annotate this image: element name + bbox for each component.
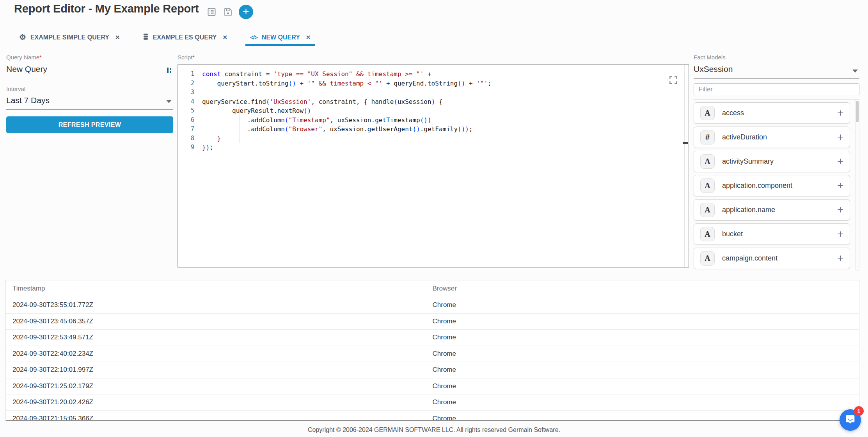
- number-type-icon: #: [700, 130, 715, 144]
- interval-value: Last 7 Days: [6, 96, 50, 105]
- browser-cell: Chrome: [433, 398, 859, 406]
- code-text: });: [202, 143, 213, 152]
- code-line: 9});: [178, 143, 689, 152]
- fact-model-item[interactable]: Acampaign.content+: [694, 248, 850, 269]
- code-text: .addColumn("Timestamp", uxSession.getTim…: [202, 116, 431, 125]
- text-type-icon: A: [700, 251, 715, 266]
- code-text: queryResult.nextRow(): [202, 106, 311, 116]
- code-line: 8 }: [178, 134, 689, 143]
- table-row: 2024-09-30T21:15:05.366ZChrome: [6, 411, 859, 421]
- column-header-browser: Browser: [433, 285, 859, 293]
- fact-model-name: activeDuration: [722, 133, 767, 141]
- refresh-preview-button[interactable]: REFRESH PREVIEW: [6, 116, 173, 133]
- close-tab-icon[interactable]: ✕: [306, 34, 311, 41]
- browser-cell: Chrome: [433, 415, 859, 421]
- query-name-input[interactable]: [6, 61, 173, 78]
- text-type-icon: A: [700, 227, 715, 241]
- line-number: 1: [178, 70, 202, 79]
- timestamp-cell: 2024-09-30T23:55:01.772Z: [6, 301, 433, 309]
- tab-new-query[interactable]: </>NEW QUERY✕: [245, 31, 315, 46]
- add-fact-button[interactable]: +: [837, 205, 843, 215]
- interval-label: Interval: [6, 86, 173, 92]
- chat-launcher-button[interactable]: 1: [840, 409, 861, 431]
- required-mark: *: [39, 54, 42, 61]
- browser-cell: Chrome: [433, 350, 859, 358]
- divider: [694, 99, 859, 100]
- fact-list-scroll-thumb[interactable]: [856, 101, 859, 122]
- fact-model-select[interactable]: UxSession: [694, 62, 859, 79]
- chevron-down-icon: [166, 100, 172, 103]
- fact-models-panel: Fact Models UxSession Aaccess+#activeDur…: [694, 54, 859, 273]
- text-type-icon: A: [700, 203, 715, 217]
- fact-filter-input[interactable]: [694, 83, 859, 95]
- browser-cell: Chrome: [433, 382, 859, 390]
- line-number: 3: [178, 88, 202, 97]
- copyright-footer: Copyright © 2006-2024 GERMAIN SOFTWARE L…: [0, 426, 868, 433]
- table-row: 2024-09-30T21:25:02.179ZChrome: [6, 378, 859, 395]
- save-report-icon[interactable]: [222, 6, 234, 18]
- header-actions: +: [206, 5, 253, 19]
- browser-cell: Chrome: [433, 334, 859, 341]
- tab-label: EXAMPLE SIMPLE QUERY: [30, 34, 109, 41]
- code-line: 5 queryResult.nextRow(): [178, 106, 689, 116]
- fact-model-name: application.component: [722, 182, 792, 190]
- line-number: 4: [178, 97, 202, 107]
- insert-variable-icon[interactable]: [167, 67, 172, 77]
- table-row: 2024-09-30T23:55:01.772ZChrome: [6, 297, 859, 314]
- add-fact-button[interactable]: +: [837, 132, 843, 143]
- add-fact-button[interactable]: +: [837, 180, 843, 191]
- gear-icon: ⚙: [19, 33, 26, 41]
- timestamp-cell: 2024-09-30T21:20:02.426Z: [6, 398, 433, 406]
- chevron-down-icon: [852, 70, 858, 73]
- fact-model-selected: UxSession: [694, 64, 733, 73]
- report-editor-page: Report Editor - My Example Report + ⚙EXA…: [0, 0, 868, 437]
- fact-model-item[interactable]: #activeDuration+: [694, 127, 850, 148]
- required-mark: *: [192, 54, 195, 61]
- fact-model-item[interactable]: Abucket+: [694, 223, 850, 245]
- line-number: 5: [178, 106, 202, 116]
- table-row: 2024-09-30T23:45:06.357ZChrome: [6, 314, 859, 330]
- timestamp-cell: 2024-09-30T21:15:05.366Z: [6, 415, 433, 421]
- editor-overview-ruler: [684, 65, 685, 267]
- notification-badge: 1: [854, 406, 864, 416]
- query-name-label: Query Name*: [6, 54, 173, 61]
- code-editor-area[interactable]: 1const constraint = 'type == "UX Session…: [178, 65, 689, 267]
- add-fact-button[interactable]: +: [837, 253, 843, 264]
- add-query-button[interactable]: +: [239, 5, 253, 19]
- fact-models-label: Fact Models: [694, 54, 859, 61]
- add-fact-button[interactable]: +: [837, 156, 843, 167]
- fact-model-item[interactable]: Aapplication.component+: [694, 175, 850, 196]
- tab-example-es-query[interactable]: EXAMPLE ES QUERY✕: [138, 31, 232, 46]
- report-details-icon[interactable]: [206, 6, 217, 18]
- line-number: 8: [178, 134, 202, 143]
- add-fact-button[interactable]: +: [837, 229, 843, 239]
- tab-example-simple-query[interactable]: ⚙EXAMPLE SIMPLE QUERY✕: [14, 31, 125, 46]
- text-type-icon: A: [700, 106, 715, 120]
- close-tab-icon[interactable]: ✕: [115, 34, 120, 41]
- fact-model-name: bucket: [722, 230, 743, 238]
- fact-model-name: activitySummary: [722, 157, 774, 166]
- fullscreen-icon[interactable]: [668, 75, 678, 87]
- interval-select[interactable]: Last 7 Days: [6, 92, 173, 110]
- fact-model-item[interactable]: Aapplication.name+: [694, 199, 850, 221]
- code-line: 6 .addColumn("Timestamp", uxSession.getT…: [178, 116, 689, 125]
- add-fact-button[interactable]: +: [837, 108, 843, 118]
- fact-model-item[interactable]: AactivitySummary+: [694, 151, 850, 172]
- code-text: }: [202, 134, 221, 143]
- fact-model-item[interactable]: Aaccess+: [694, 102, 850, 124]
- text-type-icon: A: [700, 154, 715, 169]
- script-label: Script*: [178, 54, 195, 61]
- timestamp-cell: 2024-09-30T22:40:02.234Z: [6, 350, 433, 358]
- timestamp-cell: 2024-09-30T22:10:01.997Z: [6, 366, 433, 374]
- table-row: 2024-09-30T22:40:02.234ZChrome: [6, 346, 859, 362]
- browser-cell: Chrome: [433, 366, 859, 374]
- page-title: Report Editor - My Example Report: [14, 2, 199, 15]
- query-form-panel: Query Name* Interval Last 7 Days REFRESH…: [6, 54, 173, 133]
- table-row: 2024-09-30T22:10:01.997ZChrome: [6, 362, 859, 378]
- close-tab-icon[interactable]: ✕: [223, 34, 228, 41]
- table-row: 2024-09-30T21:20:02.426ZChrome: [6, 394, 859, 411]
- code-line: 3: [178, 88, 689, 97]
- editor-scroll-marker[interactable]: [683, 142, 688, 144]
- fact-list-scrollbar: [855, 99, 859, 271]
- table-row: 2024-09-30T22:53:49.571ZChrome: [6, 330, 859, 346]
